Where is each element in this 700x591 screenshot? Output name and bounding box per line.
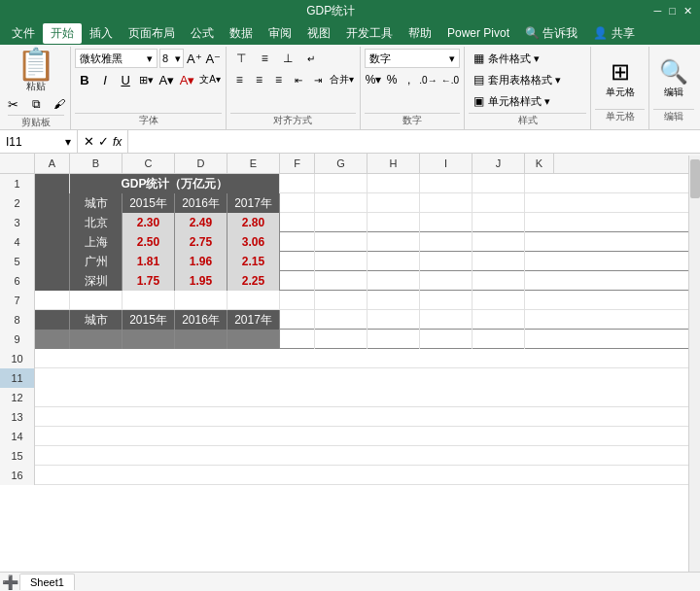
menu-powerpivot[interactable]: Power Pivot	[439, 24, 517, 42]
col-header-k[interactable]: K	[525, 154, 554, 173]
menu-layout[interactable]: 页面布局	[121, 23, 183, 44]
cell-2-g[interactable]	[315, 193, 368, 213]
cell-2-e[interactable]: 2017年	[228, 193, 280, 213]
cell-1-k[interactable]	[525, 174, 554, 193]
cell-6-c[interactable]: 1.75	[122, 271, 175, 291]
font-size-input[interactable]: 8 ▾	[159, 49, 184, 68]
cell-2-d[interactable]: 2016年	[175, 193, 228, 213]
align-right-button[interactable]: ≡	[270, 70, 288, 89]
cell-9-a[interactable]	[35, 330, 70, 349]
cell-2-a[interactable]	[35, 193, 70, 213]
cell-1-bcde[interactable]: GDP统计（万亿元）	[70, 174, 280, 193]
menu-help[interactable]: 帮助	[401, 23, 439, 44]
cell-5-f[interactable]	[280, 252, 315, 271]
cell-6-i[interactable]	[420, 271, 472, 291]
col-header-f[interactable]: F	[280, 154, 315, 173]
col-header-g[interactable]: G	[315, 154, 368, 173]
cell-8-i[interactable]	[420, 310, 472, 330]
cell-style-button[interactable]: ▣ 单元格样式 ▾	[469, 91, 586, 111]
col-header-e[interactable]: E	[228, 154, 280, 173]
cut-button[interactable]: ✂	[2, 95, 23, 113]
cell-8-a[interactable]	[35, 310, 70, 330]
cell-1-h[interactable]	[368, 174, 420, 193]
cell-2-i[interactable]	[420, 193, 472, 213]
cell-9-i[interactable]	[420, 330, 472, 349]
menu-home[interactable]: 开始	[43, 23, 82, 44]
cell-4-g[interactable]	[315, 232, 368, 252]
cell-3-f[interactable]	[280, 213, 315, 232]
special-format-button[interactable]: 文A▾	[198, 70, 222, 89]
cell-3-h[interactable]	[368, 213, 420, 232]
cell-2-b[interactable]: 城市	[70, 193, 122, 213]
formula-input[interactable]	[128, 130, 700, 153]
cell-9-k[interactable]	[525, 330, 554, 349]
cell-7-g[interactable]	[315, 291, 368, 310]
align-left-button[interactable]: ≡	[230, 70, 248, 89]
cell-3-a[interactable]	[35, 213, 70, 232]
cell-7-h[interactable]	[368, 291, 420, 310]
cell-2-c[interactable]: 2015年	[122, 193, 175, 213]
cell-7-k[interactable]	[525, 291, 554, 310]
cell-6-g[interactable]	[315, 271, 368, 291]
cell-4-e[interactable]: 3.06	[228, 232, 280, 252]
cell-9-c[interactable]	[122, 330, 175, 349]
cell-4-i[interactable]	[420, 232, 472, 252]
menu-review[interactable]: 审阅	[261, 23, 299, 44]
cell-5-j[interactable]	[472, 252, 525, 271]
cell-2-j[interactable]	[472, 193, 525, 213]
function-icon[interactable]: fx	[113, 135, 122, 149]
menu-formula[interactable]: 公式	[183, 23, 222, 44]
bold-button[interactable]: B	[75, 70, 93, 89]
paste-button[interactable]: 📋 粘贴	[17, 49, 55, 93]
cell-6-h[interactable]	[368, 271, 420, 291]
cell-3-e[interactable]: 2.80	[228, 213, 280, 232]
cancel-icon[interactable]: ✕	[84, 134, 94, 149]
cell-3-g[interactable]	[315, 213, 368, 232]
menu-dev[interactable]: 开发工具	[338, 23, 401, 44]
cell-4-j[interactable]	[472, 232, 525, 252]
indent-dec-button[interactable]: ⇤	[290, 70, 307, 89]
cell-7-f[interactable]	[280, 291, 315, 310]
cell-6-k[interactable]	[525, 271, 554, 291]
cell-9-f[interactable]	[280, 330, 315, 349]
menu-search[interactable]: 🔍 告诉我	[517, 23, 585, 44]
decrease-font-button[interactable]: A⁻	[205, 49, 223, 68]
cell-3-j[interactable]	[472, 213, 525, 232]
cell-3-d[interactable]: 2.49	[175, 213, 228, 232]
font-name-input[interactable]: 微软雅黑 ▾	[75, 49, 158, 68]
cell-4-f[interactable]	[280, 232, 315, 252]
cell-7-e[interactable]	[228, 291, 280, 310]
cell-5-c[interactable]: 1.81	[122, 252, 175, 271]
fill-color-button[interactable]: A▾	[158, 70, 176, 89]
close-btn[interactable]: ✕	[683, 5, 692, 17]
menu-data[interactable]: 数据	[222, 23, 261, 44]
cell-8-j[interactable]	[472, 310, 525, 330]
cell-ref-box[interactable]: I11 ▾	[0, 130, 78, 153]
cell-9-b[interactable]	[70, 330, 122, 349]
cell-7-d[interactable]	[175, 291, 228, 310]
font-color-button[interactable]: A▾	[178, 70, 196, 89]
number-format-box[interactable]: 数字 ▾	[365, 49, 460, 68]
maximize-btn[interactable]: □	[669, 5, 676, 17]
cell-3-c[interactable]: 2.30	[122, 213, 175, 232]
cell-1-f[interactable]	[280, 174, 315, 193]
cell-6-d[interactable]: 1.95	[175, 271, 228, 291]
cell-4-a[interactable]	[35, 232, 70, 252]
cell-9-h[interactable]	[368, 330, 420, 349]
cell-6-j[interactable]	[472, 271, 525, 291]
cell-3-i[interactable]	[420, 213, 472, 232]
percent-button[interactable]: %	[384, 70, 400, 89]
cell-4-c[interactable]: 2.50	[122, 232, 175, 252]
cell-8-b[interactable]: 城市	[70, 310, 122, 330]
cell-5-e[interactable]: 2.15	[228, 252, 280, 271]
cell-3-k[interactable]	[525, 213, 554, 232]
cell-3-b[interactable]: 北京	[70, 213, 122, 232]
col-header-h[interactable]: H	[368, 154, 420, 173]
cell-9-g[interactable]	[315, 330, 368, 349]
minimize-btn[interactable]: ─	[654, 5, 662, 17]
align-top-button[interactable]: ⊤	[230, 49, 252, 68]
increase-font-button[interactable]: A⁺	[186, 49, 203, 68]
indent-inc-button[interactable]: ⇥	[309, 70, 327, 89]
cell-4-b[interactable]: 上海	[70, 232, 122, 252]
cell-9-e[interactable]	[228, 330, 280, 349]
